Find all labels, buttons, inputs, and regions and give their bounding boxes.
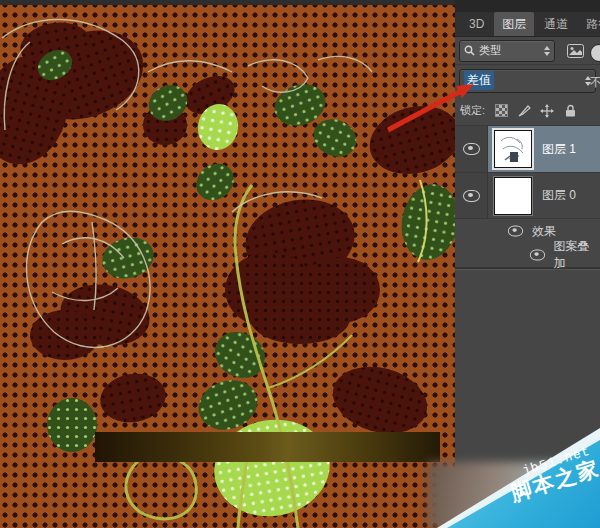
blend-mode-row: 差值 不 xyxy=(455,65,600,96)
chevron-updown-icon xyxy=(544,46,550,56)
eye-icon[interactable] xyxy=(508,226,523,237)
lock-pixels-button[interactable] xyxy=(517,104,531,118)
adjustment-circle-icon[interactable] xyxy=(590,44,600,62)
filter-pixel-layers-button[interactable] xyxy=(565,43,585,59)
lock-all-button[interactable] xyxy=(563,104,577,118)
layer-thumbnail[interactable] xyxy=(494,130,532,168)
lock-position-button[interactable] xyxy=(540,104,554,118)
tab-3d[interactable]: 3D xyxy=(461,12,492,36)
image-icon xyxy=(567,44,584,58)
eye-icon[interactable] xyxy=(530,250,545,261)
eye-icon xyxy=(463,143,480,155)
lock-transparent-button[interactable] xyxy=(494,104,508,118)
lock-label: 锁定: xyxy=(460,103,485,118)
filter-kind-label: 类型 xyxy=(479,43,540,58)
effects-label: 效果 xyxy=(532,223,556,240)
panel-top-bar xyxy=(455,0,600,12)
layer-filter-row: 类型 xyxy=(455,37,600,65)
tab-paths[interactable]: 路径 xyxy=(578,12,600,36)
pattern-overlay-label: 图案叠加 xyxy=(554,238,600,272)
move-icon xyxy=(540,104,554,118)
blend-mode-dropdown[interactable]: 差值 xyxy=(459,69,596,93)
layer-row-1[interactable]: 图层 1 xyxy=(455,126,600,173)
lock-row: 锁定: xyxy=(455,96,600,126)
censor-bar xyxy=(95,432,440,462)
visibility-toggle[interactable] xyxy=(455,126,488,172)
visibility-toggle[interactable] xyxy=(455,173,488,218)
lock-icon xyxy=(565,104,576,117)
layer-name: 图层 1 xyxy=(542,141,576,158)
filter-kind-dropdown[interactable]: 类型 xyxy=(459,40,555,62)
brush-icon xyxy=(518,104,531,117)
layers-list: 图层 1 图层 0 效果 图案叠加 xyxy=(455,126,600,270)
layer-row-0[interactable]: 图层 0 xyxy=(455,173,600,219)
pattern-overlay-row[interactable]: 图案叠加 xyxy=(455,243,600,267)
tab-channels[interactable]: 通道 xyxy=(536,12,576,36)
maroon-flowers xyxy=(0,15,455,443)
document-canvas[interactable] xyxy=(0,0,455,528)
layer-name: 图层 0 xyxy=(542,187,576,204)
photoshop-screenshot: 3D 图层 通道 路径 类型 xyxy=(0,0,600,528)
eye-icon xyxy=(463,190,480,202)
search-icon xyxy=(464,45,475,56)
tab-layers[interactable]: 图层 xyxy=(494,12,534,36)
blend-mode-value: 差值 xyxy=(464,71,494,90)
layer-thumbnail[interactable] xyxy=(494,177,532,215)
panel-tabs: 3D 图层 通道 路径 xyxy=(455,12,600,37)
checkerboard-icon xyxy=(495,104,508,117)
opacity-label-clipped: 不 xyxy=(590,74,600,91)
